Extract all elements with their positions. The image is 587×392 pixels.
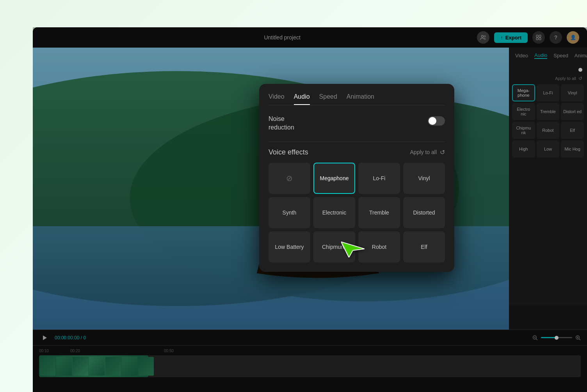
noise-reduction-row: Noise reduction xyxy=(269,115,445,132)
effect-low-battery[interactable]: Low Battery xyxy=(269,231,310,263)
zoom-slider-container[interactable] xyxy=(541,337,572,338)
right-effect-high[interactable]: High xyxy=(512,140,535,158)
effect-synth[interactable]: Synth xyxy=(269,197,310,228)
effect-robot[interactable]: Robot xyxy=(358,231,400,263)
project-title: Untitled project xyxy=(264,34,300,41)
tab-video-right[interactable]: Video xyxy=(515,53,528,59)
effect-none[interactable]: ⊘ xyxy=(269,163,310,194)
right-effect-vinyl[interactable]: Vinyl xyxy=(561,84,584,101)
right-effect-chipmunk[interactable]: Chipmu nk xyxy=(512,122,535,139)
right-effect-electronic[interactable]: Electro nic xyxy=(512,103,535,120)
right-effect-distorted[interactable]: Distort ed xyxy=(561,103,584,120)
app-window: Untitled project ↑ Export xyxy=(33,27,587,392)
audio-modal: Video Audio Speed Animation Noise reduct… xyxy=(259,84,454,272)
effect-elf[interactable]: Elf xyxy=(403,231,445,263)
svg-rect-5 xyxy=(539,38,541,40)
svg-line-13 xyxy=(536,339,538,340)
tab-animation-right[interactable]: Animation xyxy=(575,53,587,59)
right-effects-grid: Mega-phone Lo-Fi Vinyl Electro nic Tremb… xyxy=(512,84,584,158)
right-effect-elf[interactable]: Elf xyxy=(561,122,584,139)
noise-reduction-label: Noise reduction xyxy=(269,115,294,132)
voice-effects-label: Voice effects xyxy=(269,148,308,156)
right-effect-lo-fi[interactable]: Lo-Fi xyxy=(537,84,560,101)
modal-tabs: Video Audio Speed Animation xyxy=(269,93,445,105)
marker-0020: 00:20 xyxy=(70,349,101,353)
right-effect-mic-hog[interactable]: Mic Hog xyxy=(561,140,584,158)
team-icon[interactable] xyxy=(477,31,489,44)
modal-tab-animation[interactable]: Animation xyxy=(347,93,374,105)
tab-speed-right[interactable]: Speed xyxy=(553,53,568,59)
effect-electronic[interactable]: Electronic xyxy=(313,197,355,228)
tab-audio-right[interactable]: Audio xyxy=(534,52,547,59)
zoom-controls xyxy=(532,335,581,341)
right-refresh-icon[interactable]: ↺ xyxy=(578,76,582,81)
zoom-in-icon[interactable] xyxy=(575,335,581,341)
export-button[interactable]: ↑ Export xyxy=(494,32,528,43)
effect-megaphone[interactable]: Megaphone xyxy=(313,163,355,194)
noise-toggle-right[interactable] xyxy=(578,68,582,72)
refresh-icon[interactable]: ↺ xyxy=(440,149,445,156)
modal-tab-speed[interactable]: Speed xyxy=(319,93,337,105)
effect-lo-fi[interactable]: Lo-Fi xyxy=(358,163,400,194)
marker-0010: 00:10 xyxy=(39,349,70,353)
timeline-area: 00:10 00:20 00:50 00:19:03 xyxy=(33,346,587,392)
top-bar-right: ↑ Export ? 👤 xyxy=(477,31,579,44)
modal-tab-audio[interactable]: Audio xyxy=(294,93,310,105)
svg-rect-2 xyxy=(536,35,538,37)
play-button[interactable] xyxy=(39,332,50,343)
noise-reduction-section: Noise reduction xyxy=(269,115,445,132)
avatar[interactable]: 👤 xyxy=(567,31,579,44)
video-track-thumbnail xyxy=(39,355,148,377)
right-apply-all-label: Apply to all xyxy=(555,76,576,81)
toolbar-controls: 00:00:00:00 / 0 xyxy=(33,330,587,346)
svg-point-0 xyxy=(482,35,484,37)
noise-reduction-toggle[interactable] xyxy=(428,116,445,126)
zoom-out-icon[interactable] xyxy=(532,335,538,341)
svg-point-1 xyxy=(484,35,486,37)
top-bar: Untitled project ↑ Export xyxy=(33,27,587,48)
video-track[interactable]: 00:19:03 xyxy=(39,355,581,377)
right-effect-tremble[interactable]: Tremble xyxy=(537,103,560,120)
upload-icon: ↑ xyxy=(500,35,503,41)
effect-tremble[interactable]: Tremble xyxy=(358,197,400,228)
timecode-display: 00:00:00:00 / 0 xyxy=(55,335,86,341)
layout-icon[interactable] xyxy=(532,31,545,44)
toggle-knob xyxy=(429,117,436,125)
right-apply-row xyxy=(512,68,584,72)
effect-distorted[interactable]: Distorted xyxy=(403,197,445,228)
svg-line-17 xyxy=(579,339,581,340)
svg-rect-3 xyxy=(539,35,541,37)
help-icon[interactable]: ? xyxy=(550,31,562,44)
divider xyxy=(269,142,445,142)
svg-rect-4 xyxy=(536,38,538,40)
effect-chipmunk[interactable]: Chipmunk xyxy=(313,231,355,263)
right-effect-low[interactable]: Low xyxy=(537,140,560,158)
apply-all-row: Apply to all ↺ xyxy=(410,149,445,156)
right-panel-content: Apply to all ↺ Mega-phone Lo-Fi Vinyl El… xyxy=(509,63,587,305)
effects-grid: ⊘ Megaphone Lo-Fi Vinyl Synth Electronic… xyxy=(269,163,445,263)
effect-vinyl[interactable]: Vinyl xyxy=(403,163,445,194)
marker-0050: 00:50 xyxy=(164,349,195,353)
right-effect-megaphone[interactable]: Mega-phone xyxy=(512,84,535,101)
voice-effects-header: Voice effects Apply to all ↺ xyxy=(269,148,445,156)
right-panel-tabs: Video Audio Speed Animation xyxy=(509,48,587,63)
right-effect-robot[interactable]: Robot xyxy=(537,122,560,139)
bottom-toolbar: 00:00:00:00 / 0 xyxy=(33,330,587,392)
modal-tab-video[interactable]: Video xyxy=(269,93,285,105)
apply-all-button[interactable]: Apply to all xyxy=(410,149,437,155)
timeline-markers: 00:10 00:20 00:50 xyxy=(39,349,581,353)
